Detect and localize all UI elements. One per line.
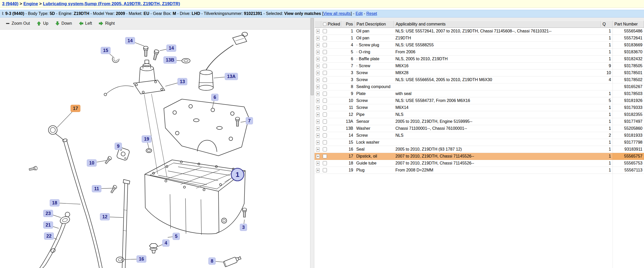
callout-5[interactable]: 5 bbox=[173, 233, 180, 240]
picked-checkbox[interactable] bbox=[323, 64, 327, 68]
callout-12[interactable]: 12 bbox=[100, 213, 110, 220]
expand-icon[interactable]: + bbox=[316, 113, 320, 117]
expand-icon[interactable]: + bbox=[316, 36, 320, 40]
expand-icon[interactable]: + bbox=[316, 133, 320, 138]
expand-icon[interactable]: + bbox=[316, 29, 320, 33]
callout-1[interactable]: 1 bbox=[231, 168, 244, 181]
expand-icon[interactable]: + bbox=[316, 78, 320, 82]
breadcrumb-link[interactable]: 3 (9440) bbox=[2, 1, 18, 6]
callout-7[interactable]: 7 bbox=[246, 117, 253, 124]
callout-14[interactable]: 14 bbox=[166, 45, 176, 52]
callout-8[interactable]: 8 bbox=[208, 257, 216, 265]
callout-13B[interactable]: 13B bbox=[163, 56, 176, 64]
up-button[interactable]: Up bbox=[33, 20, 51, 27]
expand-icon[interactable]: + bbox=[316, 92, 320, 96]
picked-checkbox[interactable] bbox=[323, 43, 327, 47]
part-row-4[interactable]: +4· Screw plugNLS: USE 55588255193183669 bbox=[315, 42, 644, 49]
picked-checkbox[interactable] bbox=[323, 106, 327, 110]
picked-checkbox[interactable] bbox=[323, 133, 327, 137]
callout-21[interactable]: 21 bbox=[43, 221, 53, 229]
breadcrumb-link[interactable]: Lubricating system-Sump (From 2005, A19D… bbox=[43, 1, 180, 6]
select-all-checkbox[interactable] bbox=[323, 22, 326, 26]
callout-13A[interactable]: 13A bbox=[225, 73, 238, 80]
expand-icon[interactable]: + bbox=[316, 43, 320, 47]
filter-link-reset[interactable]: Reset bbox=[366, 11, 377, 16]
part-row-3[interactable]: +3ScrewNLS: USE 55566554, 2005 to 2010, … bbox=[315, 76, 644, 83]
part-row-10[interactable]: +10ScrewNLS: USE 55584737, From 2006 M6X… bbox=[315, 97, 644, 104]
expand-icon[interactable]: + bbox=[316, 161, 320, 166]
picked-checkbox[interactable] bbox=[323, 50, 327, 54]
picked-checkbox[interactable] bbox=[323, 126, 327, 131]
callout-9[interactable]: 9 bbox=[115, 143, 122, 150]
part-row-8[interactable]: +8Sealing compound93165267 bbox=[315, 83, 644, 90]
callout-15[interactable]: 15 bbox=[101, 47, 111, 54]
callout-11[interactable]: 11 bbox=[92, 185, 101, 192]
part-row-11[interactable]: +11ScrewM6X14193179333 bbox=[315, 104, 644, 111]
part-row-1[interactable]: +1Oil panZ19DTH155572641 bbox=[315, 35, 644, 42]
expand-icon[interactable]: + bbox=[316, 119, 320, 124]
expand-icon[interactable]: + bbox=[316, 106, 320, 110]
right-button[interactable]: Right bbox=[96, 20, 118, 27]
part-row-13A[interactable]: +13ASensor2005 to 2010, Z19DTH, Engine 5… bbox=[315, 118, 644, 125]
part-row-18[interactable]: +18Guide tube2007 to 2010, Z19DTH, Chass… bbox=[315, 160, 644, 167]
callout-6[interactable]: 6 bbox=[211, 94, 218, 101]
part-row-12[interactable]: +12PipeNLS193182355 bbox=[315, 111, 644, 118]
picked-checkbox[interactable] bbox=[323, 99, 327, 103]
scrollbar-thumb[interactable] bbox=[311, 18, 314, 95]
part-row-7[interactable]: +7· ScrewM6X16993178505 bbox=[315, 63, 644, 70]
part-row-13B[interactable]: +13BWasherChassi 71100001--, Chassi 7610… bbox=[315, 125, 644, 132]
callout-3[interactable]: 3 bbox=[240, 224, 247, 231]
picked-checkbox[interactable] bbox=[323, 92, 327, 96]
callout-4[interactable]: 4 bbox=[162, 239, 170, 247]
part-row-16[interactable]: +16Seal2005 to 2010, Z19DTH (93 1787 12)… bbox=[315, 146, 644, 153]
picked-checkbox[interactable] bbox=[323, 57, 327, 61]
breadcrumb-link[interactable]: Engine bbox=[23, 1, 38, 6]
expand-icon[interactable]: + bbox=[316, 126, 320, 131]
expand-icon[interactable]: + bbox=[316, 154, 320, 159]
picked-checkbox[interactable] bbox=[323, 113, 327, 117]
part-row-6[interactable]: +6· Baffle plateNLS, 2005 to 2010, Z19DT… bbox=[315, 56, 644, 63]
left-button[interactable]: Left bbox=[76, 20, 95, 27]
pane-divider-scrollbar[interactable] bbox=[310, 18, 314, 268]
callout-14[interactable]: 14 bbox=[125, 37, 135, 44]
picked-checkbox[interactable] bbox=[323, 168, 327, 172]
part-row-17[interactable]: +17Dipstick, oil2007 to 2010, Z19DTH, Ch… bbox=[315, 153, 644, 160]
callout-13[interactable]: 13 bbox=[177, 78, 187, 85]
expand-icon[interactable]: + bbox=[316, 57, 320, 61]
expand-icon[interactable]: + bbox=[316, 85, 320, 89]
filter-link-edit[interactable]: Edit bbox=[355, 11, 363, 16]
callout-22[interactable]: 22 bbox=[44, 232, 54, 240]
picked-checkbox[interactable] bbox=[323, 36, 327, 40]
picked-checkbox[interactable] bbox=[323, 147, 327, 151]
part-row-19[interactable]: +19PlugFrom 2008 D=22MM155567113 bbox=[315, 167, 644, 174]
part-row-9[interactable]: +9Platewith seal193178503 bbox=[315, 90, 644, 97]
diagram-canvas[interactable]: 14141513B1313A67171991011181223212216453… bbox=[0, 30, 310, 268]
callout-18[interactable]: 18 bbox=[50, 199, 60, 206]
picked-checkbox[interactable] bbox=[323, 71, 327, 75]
picked-checkbox[interactable] bbox=[323, 154, 327, 158]
callout-23[interactable]: 23 bbox=[43, 210, 53, 217]
part-row-1[interactable]: +1Oil panNLS: USE 55572641, 2007 to 2010… bbox=[315, 28, 644, 35]
part-row-14[interactable]: +14ScrewNLS293181933 bbox=[315, 132, 644, 139]
zoom-out-button[interactable]: Zoom Out bbox=[3, 20, 33, 27]
down-button[interactable]: Down bbox=[52, 20, 75, 27]
expand-icon[interactable]: + bbox=[316, 140, 320, 145]
expand-icon[interactable]: + bbox=[316, 168, 320, 172]
expand-icon[interactable]: + bbox=[316, 64, 320, 68]
callout-10[interactable]: 10 bbox=[87, 159, 97, 167]
expand-icon[interactable]: + bbox=[316, 71, 320, 75]
callout-16[interactable]: 16 bbox=[137, 255, 146, 263]
part-row-5[interactable]: +5· O-ringFrom 2006193183670 bbox=[315, 49, 644, 56]
picked-checkbox[interactable] bbox=[323, 119, 327, 124]
filter-link-view-all-results[interactable]: View all results bbox=[323, 11, 351, 16]
part-row-15[interactable]: +15Lock washer193177798 bbox=[315, 139, 644, 146]
expand-icon[interactable]: + bbox=[316, 99, 320, 103]
callout-19[interactable]: 19 bbox=[142, 135, 151, 143]
part-row-3[interactable]: +3ScrewM8X281093178501 bbox=[315, 70, 644, 76]
picked-checkbox[interactable] bbox=[323, 29, 327, 33]
picked-checkbox[interactable] bbox=[323, 161, 327, 165]
picked-checkbox[interactable] bbox=[323, 85, 327, 89]
expand-icon[interactable]: + bbox=[316, 147, 320, 152]
expand-icon[interactable]: + bbox=[316, 50, 320, 54]
picked-checkbox[interactable] bbox=[323, 140, 327, 144]
